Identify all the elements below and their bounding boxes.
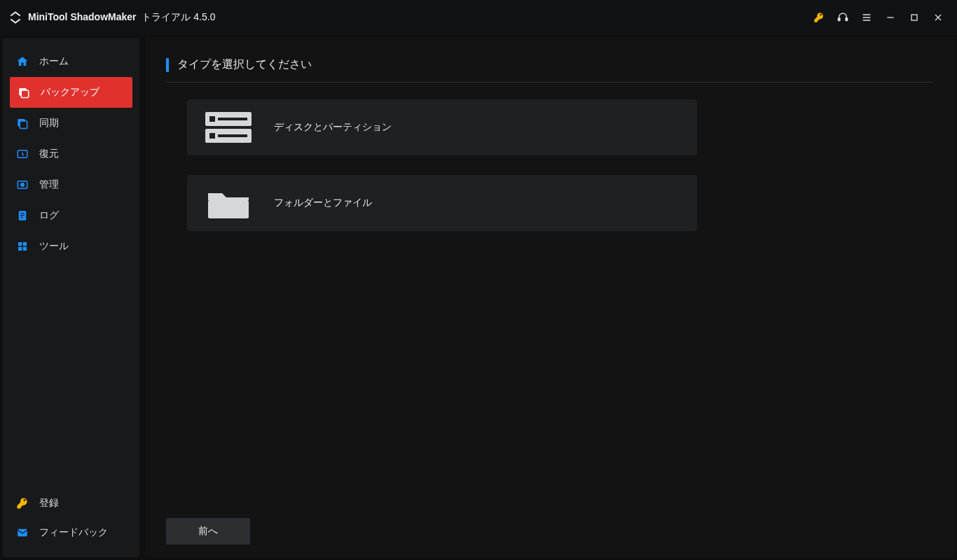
svg-rect-1 <box>846 18 848 21</box>
sidebar-item-label: フィードバック <box>39 526 108 539</box>
sidebar-item-label: 復元 <box>39 148 59 160</box>
type-options: ディスクとパーティション フォルダーとファイル <box>166 99 933 231</box>
tools-icon <box>15 239 29 253</box>
disk-partition-icon <box>204 110 253 145</box>
sidebar-item-sync[interactable]: 同期 <box>3 108 139 139</box>
menu-button[interactable] <box>855 6 879 29</box>
svg-rect-12 <box>20 215 25 216</box>
svg-rect-0 <box>838 18 840 21</box>
sidebar-item-restore[interactable]: 復元 <box>3 139 139 169</box>
sidebar-item-label: ログ <box>39 209 59 222</box>
manage-icon <box>15 178 29 192</box>
sidebar-item-tools[interactable]: ツール <box>3 231 139 262</box>
svg-rect-23 <box>209 133 215 139</box>
option-label: ディスクとパーティション <box>274 121 392 134</box>
folder-icon <box>204 186 253 220</box>
home-icon <box>15 55 29 69</box>
svg-rect-11 <box>20 213 25 214</box>
license-key-button[interactable] <box>807 6 831 29</box>
svg-rect-6 <box>20 121 27 129</box>
svg-rect-25 <box>208 200 249 218</box>
sidebar-item-label: 管理 <box>39 178 59 191</box>
option-label: フォルダーとファイル <box>274 197 372 209</box>
sidebar-bottom: 登録 フィードバック <box>3 489 139 557</box>
sidebar-item-home[interactable]: ホーム <box>3 46 139 77</box>
svg-rect-16 <box>18 247 22 251</box>
svg-rect-21 <box>218 118 247 120</box>
restore-icon <box>15 147 29 161</box>
app-name: MiniTool ShadowMaker <box>28 11 137 22</box>
svg-rect-13 <box>20 217 23 218</box>
app-logo-icon <box>8 10 22 24</box>
sidebar-item-label: 同期 <box>39 117 59 130</box>
page-title: タイプを選択してください <box>177 57 312 72</box>
svg-rect-4 <box>21 90 29 98</box>
close-button[interactable] <box>926 6 950 29</box>
support-button[interactable] <box>831 6 855 29</box>
sidebar: ホーム バックアップ 同期 <box>3 38 139 557</box>
svg-rect-17 <box>23 247 27 251</box>
sidebar-item-feedback[interactable]: フィードバック <box>3 518 139 547</box>
app-edition: トライアル 4.5.0 <box>142 11 215 22</box>
maximize-button[interactable] <box>902 6 926 29</box>
backup-icon <box>17 85 31 99</box>
app-window: MiniTool ShadowMaker トライアル 4.5.0 <box>0 0 957 560</box>
page-title-row: タイプを選択してください <box>166 57 933 83</box>
main-footer: 前へ <box>166 504 933 545</box>
key-icon <box>15 496 29 510</box>
sidebar-item-log[interactable]: ログ <box>3 200 139 231</box>
mail-icon <box>15 526 29 540</box>
svg-rect-24 <box>218 134 247 137</box>
sidebar-item-label: ツール <box>39 240 69 253</box>
svg-rect-14 <box>18 242 22 246</box>
svg-rect-20 <box>209 116 215 122</box>
title-accent-bar <box>166 58 169 72</box>
sidebar-item-manage[interactable]: 管理 <box>3 169 139 200</box>
sidebar-item-label: バックアップ <box>41 86 99 99</box>
svg-rect-2 <box>911 15 917 20</box>
title-bar: MiniTool ShadowMaker トライアル 4.5.0 <box>0 0 957 35</box>
sidebar-item-label: 登録 <box>39 497 59 510</box>
sync-icon <box>15 116 29 130</box>
app-title: MiniTool ShadowMaker トライアル 4.5.0 <box>28 11 215 24</box>
minimize-button[interactable] <box>879 6 902 29</box>
svg-rect-15 <box>23 242 27 246</box>
main-content: タイプを選択してください ディスクとパーティション <box>145 38 954 557</box>
sidebar-item-backup[interactable]: バックアップ <box>10 77 132 108</box>
prev-button[interactable]: 前へ <box>166 518 250 545</box>
option-disk-partition[interactable]: ディスクとパーティション <box>187 99 697 155</box>
log-icon <box>15 209 29 223</box>
sidebar-item-register[interactable]: 登録 <box>3 489 139 518</box>
svg-point-9 <box>21 183 25 187</box>
option-folder-file[interactable]: フォルダーとファイル <box>187 175 697 231</box>
prev-button-label: 前へ <box>198 525 218 538</box>
sidebar-nav: ホーム バックアップ 同期 <box>3 46 139 262</box>
sidebar-item-label: ホーム <box>39 55 69 68</box>
app-body: ホーム バックアップ 同期 <box>0 35 957 560</box>
